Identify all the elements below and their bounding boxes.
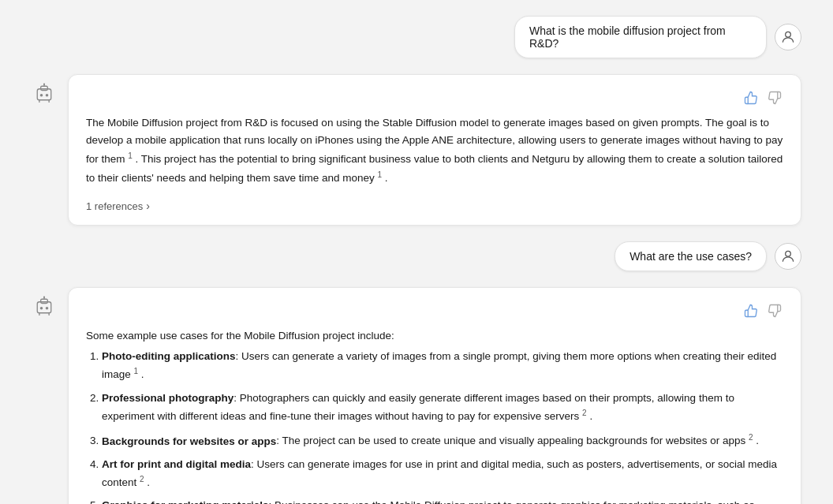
svg-point-13 [46, 307, 49, 310]
sup-2d: 2 [140, 474, 144, 483]
user-bubble-2: What are the use cases? [614, 241, 767, 271]
svg-rect-2 [41, 86, 48, 90]
ai-message-row-1: The Mobile Diffusion project from R&D is… [32, 74, 801, 226]
svg-point-3 [40, 94, 43, 97]
user-message-row-1: What is the mobile diffusion project fro… [32, 16, 801, 58]
user-icon-2 [780, 248, 796, 264]
ai-bot-icon-1 [33, 82, 55, 104]
user-message-row-2: What are the use cases? [32, 241, 801, 271]
svg-point-4 [46, 94, 49, 97]
thumbdown-button-2[interactable] [766, 302, 783, 319]
ai-response-text-2: Some example use cases for the Mobile Di… [86, 327, 783, 504]
use-case-list: Photo-editing applications: Users can ge… [102, 348, 783, 504]
list-item-1-bold: Photo-editing applications [102, 350, 236, 362]
sup-2b: 2 [582, 409, 587, 417]
user-avatar-2 [775, 243, 801, 270]
list-item-4: Art for print and digital media: Users c… [102, 456, 783, 491]
svg-point-0 [786, 32, 791, 37]
user-icon-1 [780, 29, 796, 45]
svg-rect-11 [41, 299, 48, 303]
ai-body-1: The Mobile Diffusion project from R&D is… [86, 117, 783, 184]
user-text-1: What is the mobile diffusion project fro… [529, 24, 726, 50]
user-bubble-1: What is the mobile diffusion project fro… [514, 16, 767, 58]
ai-bot-icon-2 [33, 295, 55, 317]
list-item-3: Backgrounds for websites or apps: The pr… [102, 431, 783, 450]
user-avatar-1 [775, 24, 801, 50]
ai-bubble-2: Some example use cases for the Mobile Di… [68, 287, 801, 504]
thumbdown-icon-1 [768, 91, 782, 105]
list-item-5: Graphics for marketing materials: Busine… [102, 497, 783, 504]
user-text-2: What are the use cases? [629, 250, 752, 263]
list-item-3-text: : The project can be used to create uniq… [276, 435, 759, 446]
ai-bubble-1: The Mobile Diffusion project from R&D is… [68, 74, 801, 226]
chevron-icon-1: › [146, 200, 150, 212]
list-item-4-bold: Art for print and digital media [102, 458, 251, 470]
thumbdown-icon-2 [768, 304, 782, 318]
svg-point-9 [786, 251, 791, 256]
sup-1a: 1 [128, 151, 133, 160]
ai-response-text-1: The Mobile Diffusion project from R&D is… [86, 114, 783, 187]
svg-point-8 [43, 84, 45, 85]
ai-bubble-header-1 [86, 89, 783, 106]
svg-point-17 [43, 297, 45, 298]
thumbup-button-1[interactable] [742, 89, 760, 106]
ai-intro-2: Some example use cases for the Mobile Di… [86, 330, 394, 342]
ai-avatar-1 [32, 80, 57, 106]
sup-2a: 1 [134, 367, 139, 375]
references-label-1: 1 references [86, 200, 143, 212]
chat-container: What is the mobile diffusion project fro… [0, 0, 833, 504]
thumbup-button-2[interactable] [742, 302, 760, 319]
list-item-2-bold: Professional photography [102, 392, 233, 404]
svg-point-12 [40, 307, 43, 310]
list-item-5-bold: Graphics for marketing materials [102, 499, 269, 504]
thumbdown-button-1[interactable] [766, 89, 783, 106]
thumbup-icon-1 [744, 91, 758, 105]
list-item-1: Photo-editing applications: Users can ge… [102, 348, 783, 383]
ai-avatar-2 [32, 293, 57, 319]
ai-message-row-2: Some example use cases for the Mobile Di… [32, 287, 801, 504]
references-row-1[interactable]: 1 references › [86, 200, 783, 212]
list-item-3-bold: Backgrounds for websites or apps [102, 435, 276, 446]
sup-2c: 2 [749, 433, 753, 442]
ai-bubble-header-2 [86, 302, 783, 319]
thumbup-icon-2 [744, 304, 758, 318]
list-item-2: Professional photography: Photographers … [102, 390, 783, 425]
sup-1b: 1 [378, 170, 383, 178]
